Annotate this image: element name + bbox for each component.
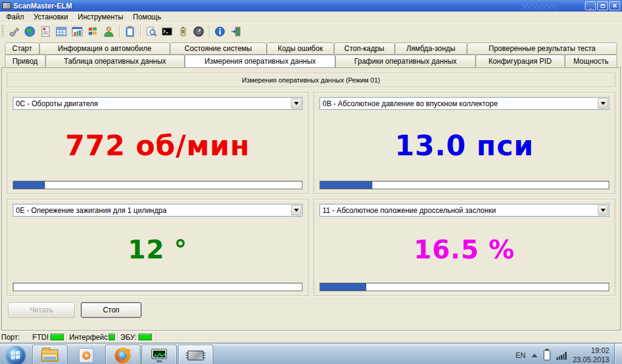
chip-icon <box>188 351 203 360</box>
windows-taskbar: EN 19:02 23.05.2013 <box>0 343 622 364</box>
tab-row-1: СтартИнформация о автомобилеСостояние си… <box>5 42 617 55</box>
minimize-button[interactable]: _ <box>585 1 596 10</box>
chevron-down-icon[interactable] <box>598 98 608 109</box>
folder-icon <box>41 349 58 362</box>
taskbar-explorer-button[interactable] <box>32 345 67 364</box>
status-bar: Порт: FTDI Интерфейс: ЭБУ: <box>0 331 622 343</box>
read-button[interactable]: Читать <box>8 302 75 318</box>
interface-status-led <box>109 334 115 340</box>
chevron-down-icon[interactable] <box>291 98 301 109</box>
title-bar[interactable]: ScanMaster-ELM _ ✕ <box>0 0 622 12</box>
ecu-label: ЭБУ: <box>120 333 137 342</box>
menu-item-0[interactable]: Файл <box>1 12 29 22</box>
live-data-meters-page: Измерения оперативных данных (Режим 01) … <box>1 67 621 331</box>
menu-item-2[interactable]: Инструменты <box>73 12 128 22</box>
pid-select-value: 11 - Абсолютное положение дроссельной за… <box>320 206 598 215</box>
toolbar-separator <box>209 25 210 38</box>
taskbar-monitor-app-button[interactable] <box>142 345 177 364</box>
pid-select-value: 0E - Опережение зажигания для 1 цилиндра <box>13 206 291 215</box>
report-icon[interactable] <box>39 25 52 38</box>
restore-button[interactable] <box>597 1 608 10</box>
tab-1[interactable]: Таблица оперативных данных <box>46 55 185 67</box>
tab-3[interactable]: Коды ошибок <box>267 42 334 55</box>
meter-panel-throttle: 11 - Абсолютное положение дроссельной за… <box>313 199 615 296</box>
network-signal-icon[interactable] <box>556 351 567 360</box>
system-monitor-icon <box>151 349 167 362</box>
clipboard-icon[interactable] <box>123 25 137 38</box>
chevron-down-icon[interactable] <box>598 205 608 215</box>
toolbar <box>0 22 622 39</box>
start-button[interactable] <box>0 343 32 364</box>
hidden-icons-chevron[interactable] <box>531 354 538 357</box>
tab-row-2: ПриводТаблица оперативных данныхИзмерени… <box>5 55 617 67</box>
pid-select-value: 0B - Абсолютное давление во впускном кол… <box>320 99 598 108</box>
close-button[interactable]: ✕ <box>609 1 620 10</box>
tab-0[interactable]: Привод <box>5 55 46 67</box>
battery-icon[interactable] <box>176 25 190 38</box>
meter-panel-rpm: 0C - Обороты двигателя 772 об/мин <box>7 92 309 194</box>
toolbar-grip[interactable] <box>2 25 4 38</box>
taskbar-firefox-button[interactable] <box>105 345 140 364</box>
scanmaster-window: ScanMaster-ELM _ ✕ ФайлУстановкиИнструме… <box>0 0 622 364</box>
info-icon[interactable] <box>213 25 227 38</box>
meter-value: 16.5 % <box>414 235 514 265</box>
pid-select-value: 0C - Обороты двигателя <box>13 99 291 108</box>
interface-label: Интерфейс: <box>69 333 110 342</box>
media-player-icon <box>79 348 94 363</box>
clock-time: 19:02 <box>573 346 609 356</box>
port-label: Порт: <box>1 333 20 342</box>
tab-1[interactable]: Информация о автомобиле <box>39 42 170 55</box>
search-icon[interactable] <box>145 25 158 38</box>
tab-4[interactable]: Конфигурация PID <box>476 55 565 67</box>
connect-icon[interactable] <box>7 25 21 38</box>
pid-select[interactable]: 11 - Абсолютное положение дроссельной за… <box>320 204 609 217</box>
pid-select[interactable]: 0C - Обороты двигателя <box>13 97 302 110</box>
pid-select[interactable]: 0B - Абсолютное давление во впускном кол… <box>320 97 609 110</box>
tab-0[interactable]: Старт <box>5 42 39 55</box>
port-value: FTDI <box>32 333 49 342</box>
user-icon[interactable] <box>102 25 115 38</box>
menu-bar: ФайлУстановкиИнструментыПомощь <box>0 12 622 22</box>
app-chip-icon <box>2 2 11 9</box>
menu-item-3[interactable]: Помощь <box>128 12 166 22</box>
meter-progress-bar <box>13 181 302 189</box>
toolbar-separator <box>140 25 141 38</box>
stop-button[interactable]: Стоп <box>81 302 142 318</box>
menu-item-1[interactable]: Установки <box>29 12 73 22</box>
battery-icon[interactable] <box>544 350 550 360</box>
tab-5[interactable]: Мощность <box>565 55 617 67</box>
taskbar-scanmaster-button[interactable] <box>178 345 213 364</box>
show-desktop-button[interactable] <box>614 343 622 364</box>
meter-panel-map: 0B - Абсолютное давление во впускном кол… <box>313 92 615 194</box>
meter-value: 13.0 пси <box>395 129 534 162</box>
windows-start-orb-icon <box>6 346 26 364</box>
globe-icon[interactable] <box>23 25 36 38</box>
exit-icon[interactable] <box>229 25 242 38</box>
tab-3[interactable]: Графики оперативных данных <box>335 55 475 67</box>
pid-select[interactable]: 0E - Опережение зажигания для 1 цилиндра <box>13 204 302 217</box>
clock-date: 23.05.2013 <box>573 356 609 364</box>
windows-icon[interactable] <box>86 25 100 38</box>
taskbar-media-player-button[interactable] <box>69 345 104 364</box>
language-indicator[interactable]: EN <box>516 351 526 360</box>
terminal-icon[interactable] <box>160 25 174 38</box>
chevron-down-icon[interactable] <box>291 205 301 215</box>
window-title: ScanMaster-ELM <box>13 2 585 10</box>
tab-6[interactable]: Проверенные результаты теста <box>467 42 617 55</box>
titlebar-decoration <box>521 1 558 10</box>
gauge-icon[interactable] <box>192 25 205 38</box>
tab-2[interactable]: Состояние системы <box>170 42 267 55</box>
meter-progress-bar <box>320 283 609 291</box>
meter-progress-bar <box>320 181 609 189</box>
taskbar-clock[interactable]: 19:02 23.05.2013 <box>573 346 612 364</box>
table-icon[interactable] <box>55 25 68 38</box>
tab-5[interactable]: Лямбда-зонды <box>395 42 467 55</box>
system-tray: EN 19:02 23.05.2013 <box>516 343 614 364</box>
meter-progress-bar <box>13 283 302 291</box>
port-status-led <box>50 334 64 340</box>
tab-4[interactable]: Стоп-кадры <box>334 42 395 55</box>
chart-icon[interactable] <box>70 25 84 38</box>
tab-2[interactable]: Измерения оперативных данных <box>185 55 335 67</box>
meter-panel-timing: 0E - Опережение зажигания для 1 цилиндра… <box>7 199 309 296</box>
tab-strip: СтартИнформация о автомобилеСостояние си… <box>0 39 622 67</box>
